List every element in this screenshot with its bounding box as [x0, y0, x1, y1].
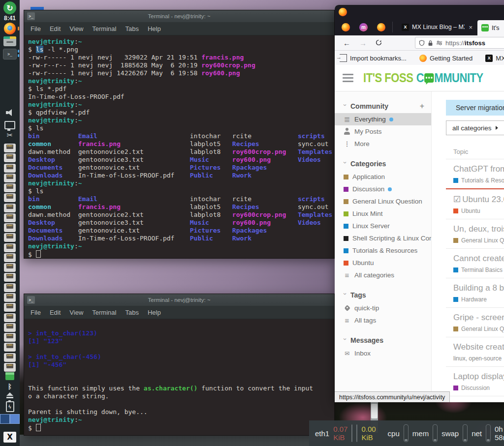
- sidebar-item-general-linux-question[interactable]: General Linux Question: [335, 195, 431, 208]
- sidebar-section-community[interactable]: ›Community+: [335, 99, 431, 113]
- topic-title[interactable]: Cannot create dir: [453, 254, 504, 264]
- terminal-output[interactable]: nevj@trinity:~$ ls -l *.png-rw-r----- 1 …: [24, 35, 334, 258]
- terminal-output[interactable]: > int_to_char(123)[1] "123"> int_to_char…: [24, 319, 334, 432]
- topic-title[interactable]: ☑Ubuntu 23.04 r: [453, 194, 504, 205]
- bookmark-getting-started[interactable]: Getting Started: [419, 55, 472, 62]
- forward-button[interactable]: →: [359, 39, 367, 47]
- topic-category-badge[interactable]: Hardware: [453, 296, 504, 303]
- network-jack-icon[interactable]: [4, 283, 16, 292]
- topic-row[interactable]: Cannot create dirTerminal Basics Ser: [446, 249, 504, 278]
- sidebar-item-everything[interactable]: Everything: [335, 113, 431, 125]
- topic-category-badge[interactable]: Discussion: [453, 385, 504, 391]
- network-jack-icon[interactable]: [4, 233, 16, 242]
- reload-button[interactable]: [376, 39, 382, 47]
- topic-row[interactable]: Website creationlinux, open-source: [446, 337, 504, 367]
- pinned-tab-firefox2-icon[interactable]: [377, 23, 385, 31]
- menu-view[interactable]: View: [65, 25, 88, 32]
- sidebar-item-quick-tip[interactable]: quick-tip: [335, 302, 431, 314]
- menu-file[interactable]: File: [26, 25, 45, 32]
- menu-tabs[interactable]: Tabs: [121, 309, 143, 316]
- sidebar-item-linux-mint[interactable]: Linux Mint: [335, 208, 431, 220]
- browser-titlebar[interactable]: [335, 5, 504, 19]
- scrollbar-thumb[interactable]: [371, 404, 378, 418]
- network-jack-icon[interactable]: [4, 204, 16, 212]
- sidebar-item-shell-scripting-linux-com-[interactable]: Shell Scripting & Linux Com…: [335, 232, 431, 244]
- topic-row[interactable]: Un, deux, troisGeneral Linux Ques: [446, 219, 504, 249]
- file-manager-launcher[interactable]: [0, 36, 20, 46]
- bluetooth-applet[interactable]: ᛒ: [0, 383, 20, 390]
- sidebar-item-ubuntu[interactable]: Ubuntu: [335, 257, 431, 269]
- network-jack-icon[interactable]: [4, 183, 16, 192]
- topic-row[interactable]: ☑Ubuntu 23.04 rUbuntu: [446, 189, 504, 219]
- eject-applet[interactable]: [0, 392, 20, 398]
- updater-launcher[interactable]: ↻: [0, 1, 20, 14]
- network-jack-icon[interactable]: [4, 153, 16, 162]
- menu-help[interactable]: Help: [143, 25, 165, 32]
- workspace-pager[interactable]: [0, 414, 20, 424]
- workspace-1[interactable]: [0, 414, 10, 424]
- network-jack-icon[interactable]: [4, 223, 16, 232]
- hamburger-menu-icon[interactable]: [343, 74, 353, 82]
- network-jack-icon[interactable]: [4, 164, 16, 173]
- topic-category-badge[interactable]: General Linux Ques: [453, 237, 504, 244]
- network-jack-icon[interactable]: [4, 303, 16, 312]
- network-jack-icon[interactable]: [4, 253, 16, 262]
- tab-close-icon[interactable]: ×: [468, 24, 473, 31]
- sidebar-item-all-categories[interactable]: All categories: [335, 269, 431, 281]
- sidebar-item-inbox[interactable]: Inbox: [335, 347, 431, 359]
- pinned-tab-mastodon-icon[interactable]: m: [359, 23, 368, 31]
- site-logo[interactable]: IT'S FOSS C MMUNITY: [363, 71, 483, 85]
- network-jack-icon[interactable]: [4, 323, 16, 332]
- network-jack-icon[interactable]: [4, 363, 16, 372]
- menu-terminal[interactable]: Terminal: [88, 25, 121, 32]
- url-bar[interactable]: https://itsfoss: [415, 37, 504, 49]
- topic-category-badge[interactable]: Ubuntu: [453, 208, 504, 214]
- menu-help[interactable]: Help: [143, 309, 165, 316]
- topic-row[interactable]: Laptop display prDiscussion: [446, 367, 504, 396]
- firefox-launcher[interactable]: [0, 23, 20, 34]
- network-jack-icon[interactable]: [4, 193, 16, 202]
- topic-title[interactable]: Building a 8 bit C: [453, 283, 504, 293]
- topic-title[interactable]: Website creation: [453, 342, 504, 352]
- sidebar-item-tutorials-resources[interactable]: Tutorials & Resources: [335, 244, 431, 257]
- network-jack-icon[interactable]: [4, 213, 16, 222]
- network-jack-icon[interactable]: [4, 293, 16, 302]
- network-jack-icon[interactable]: [4, 144, 16, 152]
- menu-terminal[interactable]: Terminal: [88, 309, 121, 316]
- menu-edit[interactable]: Edit: [45, 25, 65, 32]
- power-manager[interactable]: ϟ: [0, 401, 20, 412]
- terminal-launcher[interactable]: >_: [0, 49, 20, 59]
- sidebar-item-linux-server[interactable]: Linux Server: [335, 220, 431, 232]
- tab-itsfoss-community[interactable]: It's: [477, 20, 504, 35]
- back-button[interactable]: ←: [343, 39, 350, 47]
- clipboard-manager[interactable]: ✂: [0, 131, 20, 140]
- network-jack-icon[interactable]: [4, 273, 16, 282]
- add-icon[interactable]: +: [420, 102, 424, 111]
- permissions-icon[interactable]: [436, 40, 442, 45]
- network-jack-icon[interactable]: [4, 313, 16, 322]
- network-jack-icon[interactable]: [4, 174, 16, 182]
- url-text[interactable]: https://itsfoss: [445, 39, 485, 47]
- network-jack-icon[interactable]: [4, 353, 16, 362]
- sidebar-section-tags[interactable]: ›Tags: [335, 288, 431, 302]
- bookmark-mx-blog[interactable]: XMX Blog: [485, 55, 504, 62]
- menu-view[interactable]: View: [65, 309, 88, 316]
- volume-control[interactable]: [0, 109, 20, 117]
- network-jack-icon[interactable]: [4, 243, 16, 252]
- category-filter-button[interactable]: all categories: [446, 120, 504, 135]
- sidebar-item-discussion[interactable]: Discussion: [335, 183, 431, 195]
- network-jack-icon[interactable]: [4, 333, 16, 342]
- topic-row[interactable]: Building a 8 bit CHardware: [446, 278, 504, 308]
- pinned-tab-firefox-icon[interactable]: [342, 23, 350, 31]
- menu-edit[interactable]: Edit: [45, 309, 65, 316]
- sidebar-section-messages[interactable]: ›Messages: [335, 333, 431, 347]
- topic-title[interactable]: Laptop display pr: [453, 372, 504, 382]
- menu-tabs[interactable]: Tabs: [121, 25, 143, 32]
- network-jack-icon[interactable]: [4, 343, 16, 352]
- topic-title[interactable]: Gripe - screensho: [453, 313, 504, 323]
- sidebar-item-more[interactable]: More: [335, 138, 431, 150]
- sidebar-item-my-posts[interactable]: My Posts: [335, 125, 431, 138]
- display-settings[interactable]: [0, 121, 20, 129]
- mx-menu-button[interactable]: X: [0, 432, 20, 443]
- topic-category-badge[interactable]: General Linux Ques: [453, 326, 504, 332]
